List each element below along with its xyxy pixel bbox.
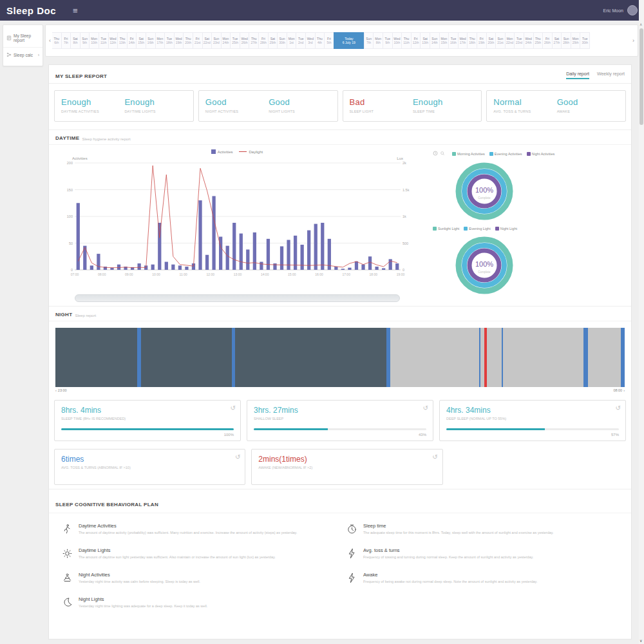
date-cell[interactable]: Fri26th (542, 32, 553, 49)
date-cell[interactable]: Mon22nd (505, 32, 515, 49)
date-cell[interactable]: Tue25th (230, 32, 240, 49)
date-cell[interactable]: Sun14th (430, 32, 440, 49)
date-cell[interactable]: Wed24th (524, 32, 534, 49)
refresh-icon[interactable]: ↺ (235, 453, 240, 460)
date-cell[interactable]: Sun30th (277, 32, 287, 49)
date-cell[interactable]: Sat22nd (202, 32, 213, 49)
date-cell[interactable]: Sun7th (364, 32, 374, 49)
date-cell[interactable]: Sat15th (136, 32, 146, 49)
date-cell[interactable]: Thu25th (533, 32, 544, 49)
donut-legend-item: Night Activities (527, 152, 555, 156)
legend-swatch-icon (489, 152, 493, 156)
date-cell[interactable]: Mon29th (571, 32, 581, 49)
date-cell[interactable]: Fri14th (127, 32, 137, 49)
date-cell[interactable]: Mon15th (439, 32, 450, 49)
date-cell[interactable]: Thu11th (401, 32, 412, 49)
metric-value: 3hrs. 27mins (254, 406, 426, 415)
sidebar-item-label: Sleep calc (14, 53, 33, 57)
date-cell[interactable]: Mon24th (221, 32, 231, 49)
date-cell[interactable]: Thu6th (52, 32, 62, 49)
metric-percent: 57% (446, 433, 619, 437)
date-cell[interactable]: Tue11th (99, 32, 109, 49)
date-cell[interactable]: Wed3rd (305, 32, 316, 49)
date-cell[interactable]: Sun21st (495, 32, 506, 49)
date-cell[interactable]: Fri7th (61, 32, 71, 49)
scroll-up-icon[interactable]: ∧ (639, 22, 642, 26)
date-num: 9th (385, 41, 390, 44)
date-prev-icon[interactable]: ‹ (48, 37, 52, 44)
sidebar-item-sleep-calc[interactable]: Sleep calc› (3, 47, 43, 62)
date-cell[interactable]: Sat8th (70, 32, 80, 49)
date-cell[interactable]: Fri28th (258, 32, 269, 49)
hamburger-menu-icon[interactable]: ≡ (73, 6, 78, 15)
date-cell[interactable]: Sun28th (561, 32, 571, 49)
clock-icon[interactable] (433, 151, 438, 156)
date-num: 18th (469, 41, 475, 44)
status-value: Bad (350, 97, 413, 107)
avatar[interactable] (627, 5, 638, 15)
metric-card: ↺3hrs. 27minsSHALLOW SLEEP43% (247, 400, 433, 441)
date-cell[interactable]: Tue16th (448, 32, 459, 49)
date-cell[interactable]: Thu13th (117, 32, 128, 49)
refresh-icon[interactable]: ↺ (616, 404, 621, 412)
scrollbar-thumb[interactable] (639, 28, 643, 125)
plan-item-title: Daytime Lights (79, 547, 276, 553)
date-cell[interactable]: Sat13th (420, 32, 430, 49)
timeline-right-arrow-icon[interactable]: › (623, 388, 625, 392)
date-cell-today[interactable]: Today6 July 19 (334, 32, 365, 49)
date-cell[interactable]: Tue9th (383, 32, 393, 49)
date-cell[interactable]: Wed10th (392, 32, 402, 49)
date-cell[interactable]: Wed26th (240, 32, 250, 49)
date-cell[interactable]: Sun9th (80, 32, 90, 49)
date-cell[interactable]: Sat27th (552, 32, 562, 49)
date-cell[interactable]: Sat20th (486, 32, 497, 49)
date-cell[interactable]: Fri5th (324, 32, 334, 49)
report-title: MY SLEEP REPORT (55, 73, 107, 79)
tab-daily-report[interactable]: Daily report (566, 71, 589, 79)
svg-text:Activities: Activities (72, 156, 88, 160)
refresh-icon[interactable]: ↺ (231, 404, 236, 412)
date-cell[interactable]: Tue18th (164, 32, 175, 49)
svg-text:17:00: 17:00 (342, 272, 350, 276)
date-cell[interactable]: Wed19th (174, 32, 184, 49)
chevron-right-icon[interactable]: › (38, 53, 39, 57)
sidebar-item-my-sleep-report[interactable]: My Sleep report (3, 29, 43, 47)
date-next-icon[interactable]: › (631, 37, 636, 44)
date-num: 23rd (213, 41, 220, 44)
plan-item-daytime-activities: Daytime ActivitiesThe amount of daytime … (55, 517, 340, 542)
date-cell[interactable]: Sun16th (146, 32, 156, 49)
sleep-timeline[interactable] (55, 328, 625, 387)
date-cell[interactable]: Fri19th (477, 32, 487, 49)
date-cell[interactable]: Tue30th (580, 32, 590, 49)
date-cell[interactable]: Tue2nd (296, 32, 306, 49)
timeline-left-arrow-icon[interactable]: ‹ (55, 388, 57, 392)
date-cell[interactable]: Wed12th (108, 32, 118, 49)
date-cell[interactable]: Mon10th (89, 32, 99, 49)
scroll-down-icon[interactable]: ∨ (639, 638, 642, 643)
plan-item-title: Awake (363, 572, 537, 578)
tab-weekly-report[interactable]: Weekly report (597, 71, 625, 79)
refresh-icon[interactable]: ↺ (423, 404, 428, 412)
svg-text:12:00: 12:00 (207, 272, 215, 276)
refresh-icon[interactable]: ↺ (432, 453, 437, 460)
metric-progress (61, 428, 234, 430)
date-cell[interactable]: Thu4th (315, 32, 325, 49)
date-cell[interactable]: Thu18th (467, 32, 477, 49)
date-cell[interactable]: Fri12th (411, 32, 421, 49)
date-num: 17th (156, 41, 163, 44)
date-cell[interactable]: Mon8th (373, 32, 383, 49)
page-scrollbar[interactable]: ∧ ∨ (639, 0, 644, 644)
chart-range-slider[interactable] (75, 294, 400, 302)
date-num: 26th (242, 41, 248, 44)
date-cell[interactable]: Sun23rd (211, 32, 222, 49)
date-cell[interactable]: Fri21st (193, 32, 203, 49)
date-cell[interactable]: Wed17th (458, 32, 468, 49)
plan-item-text: Daytime LightsThe amount of daytime sun … (79, 547, 276, 560)
date-cell[interactable]: Thu20th (183, 32, 193, 49)
date-cell[interactable]: Thu27th (249, 32, 259, 49)
date-cell[interactable]: Mon1st (287, 32, 297, 49)
date-cell[interactable]: Tue23rd (514, 32, 524, 49)
date-cell[interactable]: Mon17th (155, 32, 166, 49)
zoom-icon[interactable] (440, 151, 445, 156)
date-cell[interactable]: Sat29th (268, 32, 278, 49)
